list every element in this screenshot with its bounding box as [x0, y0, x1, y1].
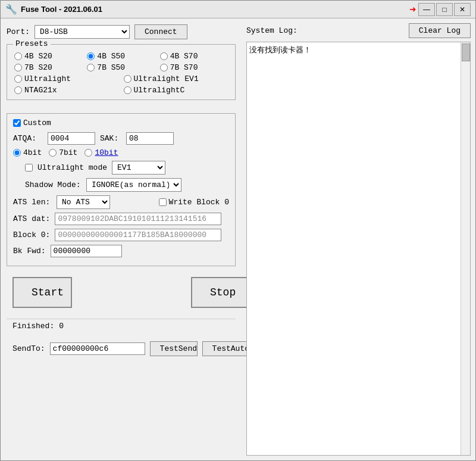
atqa-input[interactable]: 0004 [48, 132, 95, 145]
preset-ultralightc: UltralightC [124, 86, 228, 95]
atqa-label: ATQA: [13, 134, 43, 143]
preset-label-ultralight-ev1: Ultralight EV1 [134, 74, 199, 83]
custom-section: Custom ATQA: 0004 SAK: 08 4bit [7, 113, 236, 266]
ultralight-mode-label: Ultralight mode [37, 163, 107, 172]
preset-radio-ultralight[interactable] [14, 75, 22, 83]
preset-label-ultralightc: UltralightC [134, 86, 185, 95]
maximize-button[interactable]: □ [436, 3, 453, 16]
start-button[interactable]: Start [12, 277, 72, 308]
ats-dat-label: ATS dat: [13, 214, 50, 223]
write-block-row: Write Block 0 [159, 198, 229, 207]
sak-input[interactable]: 08 [126, 132, 174, 145]
custom-header: Custom [13, 119, 229, 127]
preset-label-ultralight: Ultralight [24, 74, 71, 83]
arrow-indicator: ➜ [409, 3, 416, 16]
radio-10bit[interactable] [84, 149, 92, 157]
sendto-input[interactable] [50, 342, 145, 355]
preset-label-4b-s50: 4B S50 [97, 52, 125, 61]
shadow-mode-label: Shadow Mode: [25, 180, 82, 189]
label-7bit: 7bit [59, 148, 77, 157]
action-buttons: Start Stop [7, 271, 236, 314]
bit-option-4bit: 4bit [13, 148, 42, 157]
custom-label: Custom [23, 119, 51, 127]
write-block0-checkbox[interactable] [159, 198, 167, 206]
title-bar: 🔧 Fuse Tool - 2021.06.01 ➜ — □ ✕ [1, 1, 475, 18]
bkfwd-row: Bk Fwd: [13, 245, 229, 257]
close-button[interactable]: ✕ [454, 3, 471, 16]
port-label: Port: [7, 27, 30, 36]
log-content: 没有找到读卡器！ [249, 45, 468, 55]
block0-row: Block 0: [13, 229, 229, 241]
finished-value: 0 [59, 322, 64, 331]
window-title: Fuse Tool - 2021.06.01 [21, 5, 409, 14]
app-icon: 🔧 [5, 4, 17, 15]
window-controls: — □ ✕ [418, 3, 471, 16]
test-send-button[interactable]: TestSend [150, 341, 198, 356]
radio-4bit[interactable] [13, 149, 21, 157]
preset-radio-7b-s50[interactable] [87, 64, 95, 71]
preset-label-7b-s70: 7B S70 [170, 63, 198, 72]
ats-dat-row: ATS dat: [13, 213, 229, 225]
presets-group: Presets 4B S20 4B S50 4B S70 [7, 44, 236, 100]
preset-radio-ntag21x[interactable] [14, 86, 22, 94]
clear-log-button[interactable]: Clear Log [409, 23, 471, 38]
system-log-header: System Log: Clear Log [246, 23, 471, 38]
custom-checkbox[interactable] [13, 119, 21, 127]
preset-7b-s50: 7B S50 [87, 63, 155, 72]
ats-len-label: ATS len: [13, 198, 52, 207]
radio-7bit[interactable] [49, 149, 57, 157]
bkfwd-label: Bk Fwd: [13, 247, 46, 256]
label-10bit: 10bit [95, 148, 118, 157]
ats-dat-input[interactable] [55, 213, 221, 225]
preset-radio-4b-s70[interactable] [160, 52, 168, 60]
port-select[interactable]: D8-USB COM1 COM2 [35, 25, 130, 39]
preset-4b-s50: 4B S50 [87, 52, 155, 61]
bit-option-7bit: 7bit [49, 148, 77, 157]
preset-label-7b-s20: 7B S20 [24, 63, 52, 72]
preset-label-4b-s70: 4B S70 [170, 52, 198, 61]
bit-row: 4bit 7bit 10bit [13, 148, 229, 157]
preset-ntag-row: NTAG21x UltralightC [14, 86, 228, 95]
preset-label-4b-s20: 4B S20 [24, 52, 52, 61]
ultralight-mode-row: Ultralight mode EV1 C None [13, 161, 229, 175]
log-area: 没有找到读卡器！ [246, 42, 471, 456]
shadow-mode-select[interactable]: IGNORE(as normal) PRE-WRITE SHADOW [86, 178, 181, 192]
preset-radio-ultralightc[interactable] [124, 86, 131, 94]
ultralight-mode-checkbox[interactable] [25, 164, 33, 172]
write-block0-label: Write Block 0 [169, 198, 229, 207]
preset-radio-7b-s70[interactable] [160, 64, 168, 71]
bit-option-10bit: 10bit [84, 148, 118, 157]
log-entry: 没有找到读卡器！ [249, 46, 311, 55]
preset-grid-row1: 4B S20 4B S50 4B S70 7B S20 [14, 52, 228, 72]
log-scroll-thumb[interactable] [462, 43, 470, 61]
block0-input[interactable] [55, 229, 221, 241]
minimize-button[interactable]: — [418, 3, 435, 16]
presets-legend: Presets [13, 39, 51, 48]
preset-ultralight: Ultralight [14, 74, 119, 83]
sak-label: SAK: [100, 134, 121, 143]
preset-radio-4b-s50[interactable] [87, 52, 95, 60]
port-row: Port: D8-USB COM1 COM2 Connect [7, 24, 236, 39]
shadow-mode-row: Shadow Mode: IGNORE(as normal) PRE-WRITE… [13, 178, 229, 192]
send-row: SendTo: TestSend TestAuto [7, 338, 236, 360]
block0-label: Block 0: [13, 230, 50, 239]
right-panel: System Log: Clear Log 没有找到读卡器！ [242, 18, 475, 460]
ev1-select[interactable]: EV1 C None [112, 161, 165, 175]
preset-ntag21x: NTAG21x [14, 86, 119, 95]
sendto-label: SendTo: [12, 344, 45, 353]
finished-label: Finished: [12, 322, 54, 331]
bkfwd-input[interactable] [51, 245, 122, 257]
connect-button[interactable]: Connect [134, 24, 187, 39]
preset-4b-s20: 4B S20 [14, 52, 82, 61]
log-scrollbar[interactable] [461, 42, 470, 455]
left-panel: Port: D8-USB COM1 COM2 Connect Presets 4… [1, 18, 242, 460]
status-row: Finished: 0 [7, 319, 236, 333]
preset-radio-ultralight-ev1[interactable] [124, 75, 131, 83]
preset-4b-s70: 4B S70 [160, 52, 228, 61]
preset-label-7b-s50: 7B S50 [97, 63, 125, 72]
ats-len-select[interactable]: No ATS ATS 1 ATS 2 [57, 195, 110, 209]
preset-radio-7b-s20[interactable] [14, 64, 22, 71]
preset-7b-s70: 7B S70 [160, 63, 228, 72]
preset-radio-4b-s20[interactable] [14, 52, 22, 60]
main-content: Port: D8-USB COM1 COM2 Connect Presets 4… [1, 18, 475, 460]
